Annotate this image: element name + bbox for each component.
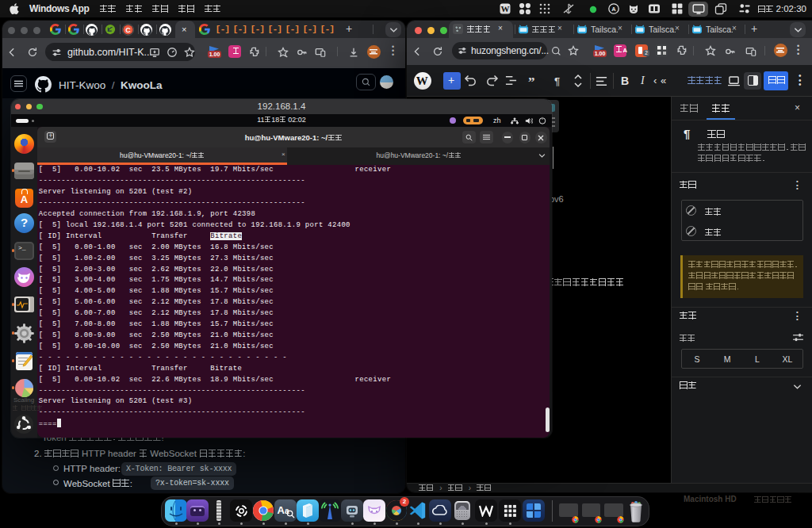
svg-text:C: C	[125, 25, 131, 33]
svg-text:A: A	[611, 6, 616, 13]
svg-text:W: W	[501, 4, 510, 13]
